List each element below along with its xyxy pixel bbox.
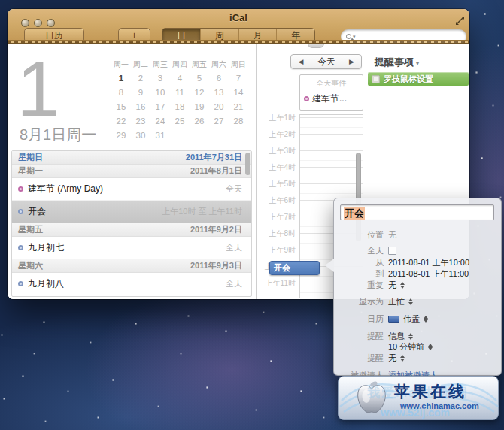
event-time: 全天 — [226, 278, 242, 289]
event-row[interactable]: 九月初八全天 — [12, 273, 251, 295]
popup-row-label: 显示为 — [334, 297, 384, 307]
event-row[interactable]: 九月初七全天 — [12, 237, 251, 259]
event-row[interactable]: 开会上午10时 至 上午11时 — [12, 201, 251, 223]
mini-calendar-day[interactable]: 18 — [170, 100, 190, 114]
mini-calendar-day[interactable]: 2 — [131, 71, 150, 86]
mini-calendar-day[interactable]: 6 — [209, 71, 229, 86]
reminder-item-label: 罗技鼠标设置 — [384, 74, 433, 85]
hour-label: 上午1时 — [257, 113, 296, 123]
popup-row-value[interactable]: 伟孟 — [403, 314, 420, 324]
mini-calendar-day[interactable]: 27 — [209, 114, 229, 129]
meeting-event-tag[interactable]: 开会 — [269, 261, 320, 275]
popup-row-value[interactable]: 信息 — [388, 332, 405, 341]
day-header-row[interactable]: 星期一2011年8月1日 — [12, 165, 251, 178]
popup-row-value[interactable]: 2011-08-01 上午10:00 — [388, 258, 469, 268]
search-icon — [346, 34, 351, 39]
mini-calendar-day[interactable]: 1 — [111, 71, 131, 86]
stepper-icon[interactable] — [428, 344, 433, 350]
all-day-header: 全天事件 — [300, 78, 363, 89]
stepper-icon[interactable] — [400, 355, 405, 362]
mini-calendar-day[interactable]: 20 — [209, 100, 229, 114]
mini-calendar-day[interactable]: 9 — [131, 86, 150, 100]
mini-calendar-day[interactable]: 22 — [111, 114, 131, 129]
event-time: 全天 — [226, 242, 242, 253]
popup-row-value[interactable]: 无 — [388, 353, 396, 363]
mini-calendar-day[interactable]: 3 — [150, 71, 170, 86]
mini-calendar-day[interactable]: 17 — [150, 100, 170, 114]
mini-calendar-day[interactable]: 21 — [229, 100, 248, 114]
all-day-events-box[interactable]: 全天事件 建军节... — [299, 74, 363, 111]
popup-row-value[interactable]: 无 — [388, 280, 396, 290]
mini-calendar-day[interactable]: 25 — [170, 114, 190, 129]
event-detail-rows: 位置无全天从2011-08-01 上午10:00到2011-08-01 上午11… — [334, 226, 501, 380]
popup-row: 全天 — [334, 246, 501, 256]
mini-calendar-day[interactable]: 23 — [131, 114, 150, 129]
chevron-down-icon[interactable]: ▾ — [416, 60, 419, 67]
day-header-row[interactable]: 星期六2011年9月3日 — [12, 259, 251, 273]
event-list-scrollbar[interactable] — [245, 153, 250, 175]
window-title: iCal — [8, 12, 469, 23]
mini-calendar-day[interactable]: 13 — [209, 86, 229, 100]
stepper-icon[interactable] — [408, 298, 413, 305]
stepper-up-icon — [408, 298, 413, 301]
watermark-title: 苹果在线 — [394, 381, 466, 402]
popup-row: 10 分钟前 — [334, 342, 501, 352]
mini-calendar-day[interactable]: 10 — [150, 86, 170, 100]
mini-calendar-day[interactable]: 30 — [131, 129, 150, 143]
day-header-row[interactable]: 星期五2011年9月2日 — [12, 223, 251, 237]
mini-calendar-day[interactable]: 7 — [229, 71, 248, 86]
popup-row-value[interactable]: 无 — [388, 230, 396, 240]
popup-row-label: 提醒 — [334, 353, 384, 363]
mini-calendar-day[interactable]: 5 — [190, 71, 209, 86]
mini-calendar-day[interactable]: 29 — [111, 129, 131, 143]
mini-calendar-day[interactable]: 24 — [150, 114, 170, 129]
hour-label: 上午11时 — [257, 278, 296, 289]
next-day-button[interactable]: ▶ — [342, 55, 361, 68]
stepper-up-icon — [408, 333, 413, 336]
stepper-icon[interactable] — [400, 282, 405, 289]
day-header-row[interactable]: 星期日2011年7月31日 — [12, 151, 251, 165]
calendar-color-swatch — [388, 316, 399, 322]
mini-calendar-empty — [229, 129, 248, 143]
popup-row-value[interactable]: 10 分钟前 — [388, 342, 424, 352]
event-row[interactable]: 建军节 (Army Day)全天 — [12, 178, 251, 201]
mini-calendar-day[interactable]: 28 — [229, 114, 248, 129]
event-title-field[interactable]: 开会 — [340, 204, 494, 220]
mini-calendar-day[interactable]: 14 — [229, 86, 248, 100]
popup-row: 提醒无 — [334, 353, 501, 363]
mini-calendar-day[interactable]: 8 — [111, 86, 131, 100]
reminders-title: 提醒事项 — [375, 56, 414, 68]
popup-row: 位置无 — [334, 230, 501, 240]
hour-label: 上午9时 — [257, 245, 296, 256]
mini-calendar-day[interactable]: 12 — [190, 86, 209, 100]
popup-row-value[interactable]: 2011-08-01 上午11:00 — [388, 269, 469, 279]
watermark-banner: 我爱mac技术网 苹果在线 www.chinamac.com www.52ij.… — [338, 376, 499, 420]
today-button[interactable]: 今天 — [311, 55, 342, 68]
weekday-header: 周六 — [209, 57, 229, 71]
stepper-icon[interactable] — [408, 333, 413, 340]
weekday-label: 星期一 — [18, 165, 43, 177]
popup-row: 提醒信息 — [334, 332, 501, 341]
mini-calendar-day[interactable]: 19 — [190, 100, 209, 114]
mini-calendar-day[interactable]: 26 — [190, 114, 209, 129]
popup-row-value[interactable]: 正忙 — [388, 297, 405, 307]
mini-calendar-day[interactable]: 31 — [150, 129, 170, 143]
event-title: 建军节 (Army Day) — [28, 183, 226, 195]
mini-calendar-day[interactable]: 11 — [170, 86, 190, 100]
fullscreen-icon[interactable] — [455, 15, 465, 25]
stepper-down-icon — [428, 347, 433, 350]
all-day-checkbox[interactable] — [388, 247, 396, 255]
event-dot-icon — [18, 245, 23, 250]
stepper-icon[interactable] — [424, 316, 428, 322]
stepper-up-icon — [424, 316, 428, 319]
mini-calendar-day[interactable]: 16 — [131, 100, 150, 114]
reminder-item[interactable]: 罗技鼠标设置 — [368, 72, 469, 86]
mini-calendar-day[interactable]: 4 — [170, 71, 190, 86]
event-time: 全天 — [226, 183, 242, 195]
mini-calendar-empty — [170, 129, 190, 143]
hour-label: 上午2时 — [257, 129, 296, 140]
hour-label: 上午8时 — [257, 229, 296, 239]
mini-calendar-day[interactable]: 15 — [111, 100, 131, 114]
all-day-event-title[interactable]: 建军节... — [312, 92, 347, 105]
prev-day-button[interactable]: ◀ — [291, 55, 311, 68]
